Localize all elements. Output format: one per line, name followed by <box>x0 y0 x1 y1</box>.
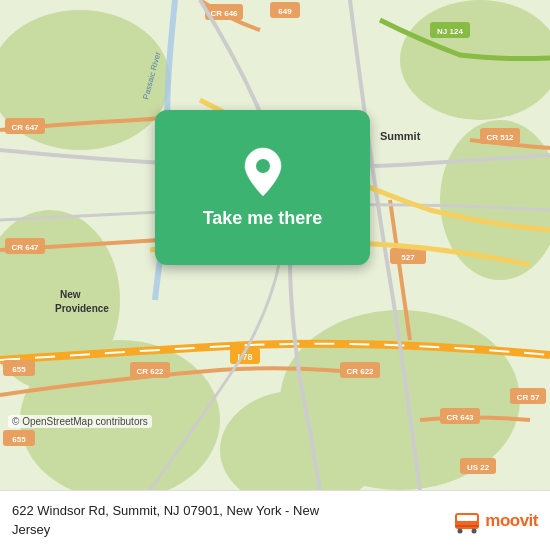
take-me-there-button[interactable]: Take me there <box>155 110 370 265</box>
svg-text:NJ 124: NJ 124 <box>437 27 463 36</box>
svg-text:CR 57: CR 57 <box>517 393 540 402</box>
cta-label: Take me there <box>203 208 323 229</box>
svg-text:Providence: Providence <box>55 303 109 314</box>
svg-text:New: New <box>60 289 81 300</box>
svg-rect-45 <box>469 515 477 521</box>
map-view: I 78 CR 647 CR 647 527 NJ 124 CR 512 CR … <box>0 0 550 490</box>
svg-text:CR 647: CR 647 <box>11 123 39 132</box>
svg-text:US 22: US 22 <box>467 463 490 472</box>
svg-text:655: 655 <box>12 435 26 444</box>
moovit-logo[interactable]: moovit <box>453 507 538 535</box>
svg-rect-44 <box>457 515 465 521</box>
bottom-info-bar: 622 Windsor Rd, Summit, NJ 07901, New Yo… <box>0 490 550 550</box>
svg-rect-49 <box>464 515 470 521</box>
svg-rect-46 <box>455 525 479 527</box>
svg-text:Summit: Summit <box>380 130 421 142</box>
location-pin-icon <box>241 146 285 198</box>
svg-text:CR 643: CR 643 <box>446 413 474 422</box>
osm-attribution: © OpenStreetMap contributors <box>8 415 152 428</box>
moovit-bus-icon <box>453 507 481 535</box>
svg-text:527: 527 <box>401 253 415 262</box>
svg-text:CR 512: CR 512 <box>486 133 514 142</box>
svg-point-47 <box>458 528 463 533</box>
svg-text:649: 649 <box>278 7 292 16</box>
svg-text:CR 622: CR 622 <box>136 367 164 376</box>
svg-point-48 <box>472 528 477 533</box>
svg-text:CR 622: CR 622 <box>346 367 374 376</box>
svg-text:655: 655 <box>12 365 26 374</box>
address-text: 622 Windsor Rd, Summit, NJ 07901, New Yo… <box>12 503 319 518</box>
svg-text:CR 647: CR 647 <box>11 243 39 252</box>
address-info: 622 Windsor Rd, Summit, NJ 07901, New Yo… <box>12 502 453 538</box>
svg-text:CR 646: CR 646 <box>210 9 238 18</box>
address-text-2: Jersey <box>12 522 50 537</box>
svg-point-42 <box>256 159 270 173</box>
moovit-text: moovit <box>485 511 538 531</box>
